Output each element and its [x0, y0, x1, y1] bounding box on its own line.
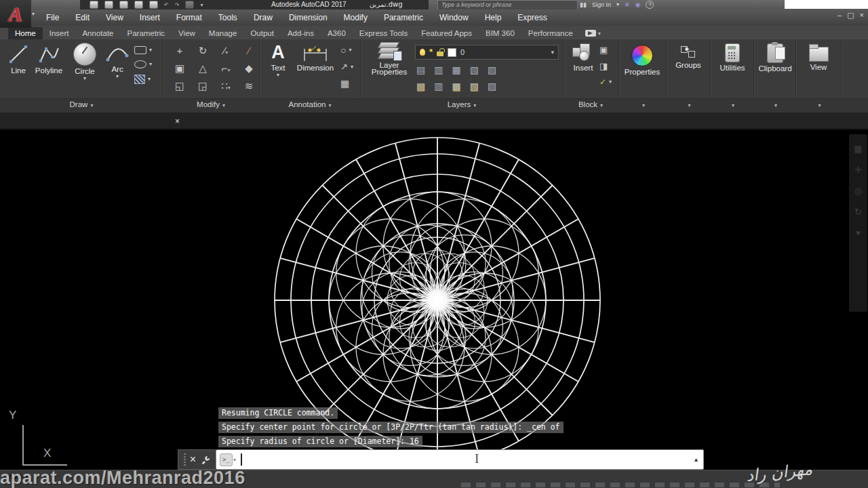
tab-home[interactable]: Home: [8, 27, 43, 39]
tab-annotate[interactable]: Annotate: [75, 27, 120, 39]
record-icon[interactable]: [585, 30, 596, 37]
leader-button[interactable]: ↗▾: [340, 62, 353, 72]
status-bar-toggles[interactable]: [461, 483, 780, 487]
arc-dropdown-icon[interactable]: ▾: [116, 75, 119, 79]
menu-insert[interactable]: Insert: [132, 13, 168, 22]
menu-dimension[interactable]: Dimension: [281, 13, 336, 22]
tab-express-tools[interactable]: Express Tools: [353, 27, 414, 39]
clipboard-panel-arrow[interactable]: ▾: [753, 100, 795, 108]
appmenu-dropdown-icon[interactable]: ▾: [32, 11, 35, 17]
circle-button[interactable]: Circle ▾: [68, 43, 101, 81]
tab-output[interactable]: Output: [243, 27, 281, 39]
layer-make-current-button[interactable]: ▤: [416, 81, 425, 91]
application-menu-button[interactable]: A: [0, 0, 31, 28]
ellipse-button[interactable]: ▾: [134, 60, 152, 68]
expand-history-icon[interactable]: ▴: [694, 455, 698, 463]
dimension-button[interactable]: Dimension: [292, 43, 339, 72]
circle-dropdown-icon[interactable]: ▾: [83, 77, 86, 81]
groups-panel-button[interactable]: ▸ Groups: [667, 45, 709, 69]
dock-grip-handle[interactable]: [184, 453, 186, 466]
open-file-icon[interactable]: [104, 1, 113, 9]
offset-button[interactable]: ≋: [237, 79, 260, 96]
modify-panel-label[interactable]: Modify▾: [163, 100, 259, 108]
undo-icon[interactable]: ↶: [164, 2, 169, 8]
menu-parametric[interactable]: Parametric: [376, 13, 431, 22]
layer-isolate-button[interactable]: ▥: [434, 65, 443, 75]
save-icon[interactable]: [119, 1, 128, 9]
fillet-button[interactable]: ⌐▾: [214, 61, 237, 79]
layer-freeze-button[interactable]: ▦: [452, 65, 460, 75]
properties-panel-arrow[interactable]: ▾: [618, 100, 666, 108]
define-attributes-button[interactable]: ✓▾: [599, 77, 612, 87]
menu-window[interactable]: Window: [431, 13, 477, 22]
people-icon[interactable]: ▮▮: [580, 1, 587, 8]
annotation-panel-label[interactable]: Annotation▾: [259, 100, 361, 108]
pan-icon[interactable]: ✛: [854, 165, 862, 175]
groups-panel-arrow[interactable]: ▾: [666, 100, 710, 108]
menu-express[interactable]: Express: [509, 13, 555, 22]
properties-panel-button[interactable]: Properties: [620, 45, 664, 76]
polyline-button[interactable]: Polyline: [31, 43, 66, 75]
tab-close-icon[interactable]: ×: [175, 117, 180, 126]
explode-button[interactable]: ◆: [237, 61, 260, 79]
drawing-canvas[interactable]: [0, 130, 868, 488]
tab-bim360[interactable]: BIM 360: [479, 27, 521, 39]
clipboard-panel-button[interactable]: Clipboard: [754, 43, 796, 73]
qat-dropdown-icon[interactable]: ▾: [200, 2, 203, 8]
insert-block-button[interactable]: Insert: [568, 42, 598, 72]
edit-block-button[interactable]: ◨: [599, 61, 612, 71]
text-button[interactable]: A Text ▾: [266, 42, 290, 77]
help-icon[interactable]: ?: [646, 1, 654, 9]
rectangle-button[interactable]: ▾: [134, 46, 152, 54]
layer-properties-button[interactable]: Layer Properties: [366, 42, 412, 76]
autodesk-app-icon[interactable]: ◉: [635, 1, 641, 8]
mirror-button[interactable]: △: [191, 61, 214, 79]
orbit-icon[interactable]: ↻: [854, 207, 862, 217]
rotate-button[interactable]: ↻: [191, 43, 214, 61]
tab-view[interactable]: View: [172, 27, 202, 39]
new-file-icon[interactable]: [90, 1, 98, 9]
ribbon-options-dropdown-icon[interactable]: ▾: [598, 30, 601, 37]
layer-previous-button[interactable]: ▦: [452, 81, 460, 91]
layer-unlock-icon[interactable]: [437, 52, 443, 56]
layer-unlock-all-button[interactable]: ▧: [470, 81, 479, 91]
view-panel-button[interactable]: View: [799, 43, 838, 71]
workspace-icon[interactable]: [185, 1, 194, 9]
zoom-icon[interactable]: ◎: [854, 186, 862, 196]
viewcube-icon[interactable]: ▦: [854, 144, 862, 154]
create-block-button[interactable]: ▣: [599, 45, 612, 55]
customize-wrench-icon[interactable]: [201, 455, 210, 464]
menu-view[interactable]: View: [98, 13, 132, 22]
menu-help[interactable]: Help: [477, 13, 510, 22]
command-prompt-icon[interactable]: >_: [220, 453, 233, 466]
layer-unisolate-button[interactable]: ▥: [434, 81, 443, 91]
navbar-more-icon[interactable]: ▾: [856, 228, 861, 238]
layer-match-button[interactable]: ▨: [488, 65, 496, 75]
layer-off-button[interactable]: ▤: [416, 65, 425, 75]
line-button[interactable]: Line: [5, 43, 31, 75]
hatch-button[interactable]: ▾: [134, 75, 152, 84]
block-panel-label[interactable]: Block▾: [563, 100, 618, 108]
layers-panel-label[interactable]: Layers▾: [361, 100, 563, 108]
sign-in-button[interactable]: Sign In: [592, 1, 611, 8]
signin-dropdown-icon[interactable]: ▾: [616, 1, 619, 7]
tab-insert[interactable]: Insert: [43, 27, 76, 39]
copy-button[interactable]: ▣: [168, 61, 191, 79]
draw-panel-label[interactable]: Draw▾: [0, 100, 163, 108]
menu-draw[interactable]: Draw: [245, 13, 281, 22]
navigation-bar[interactable]: ▦ ✛ ◎ ↻ ▾: [849, 134, 867, 312]
tab-addins[interactable]: Add-ins: [281, 27, 321, 39]
table-button[interactable]: ▦: [340, 78, 353, 89]
menu-format[interactable]: Format: [168, 13, 210, 22]
view-panel-arrow[interactable]: ▾: [795, 100, 841, 108]
text-dropdown-icon[interactable]: ▾: [277, 73, 279, 77]
tab-a360[interactable]: A360: [321, 27, 353, 39]
layer-color-swatch[interactable]: [448, 48, 456, 57]
utilities-panel-button[interactable]: Utilities: [711, 43, 753, 72]
redo-icon[interactable]: ↷: [175, 2, 180, 8]
array-button[interactable]: ∷▾: [214, 79, 237, 96]
arc-button[interactable]: Arc ▾: [103, 43, 132, 79]
restore-button[interactable]: ▢: [847, 11, 854, 20]
layer-dropdown[interactable]: * 0 ▾: [415, 45, 559, 60]
menu-tools[interactable]: Tools: [210, 13, 245, 22]
